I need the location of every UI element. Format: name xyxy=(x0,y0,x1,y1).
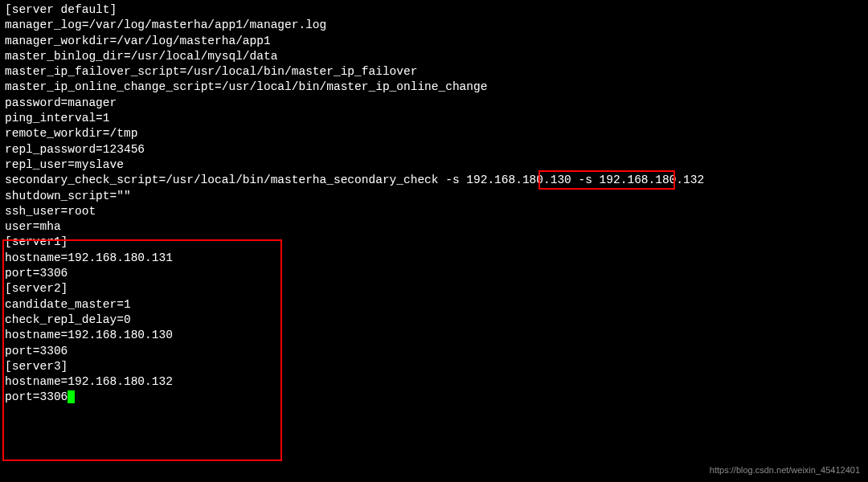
config-line: repl_user=myslave xyxy=(5,157,863,173)
config-line: repl_password=123456 xyxy=(5,142,863,157)
config-text: port=3306 xyxy=(5,390,68,403)
config-line: hostname=192.168.180.131 xyxy=(5,251,863,266)
terminal-output: [server default] manager_log=/var/log/ma… xyxy=(5,2,863,406)
config-line: user=mha xyxy=(5,219,863,235)
config-line: shutdown_script="" xyxy=(5,189,863,204)
config-line: secondary_check_script=/usr/local/bin/ma… xyxy=(5,173,863,188)
config-line: ping_interval=1 xyxy=(5,111,863,126)
config-line: remote_workdir=/tmp xyxy=(5,126,863,141)
config-line: candidate_master=1 xyxy=(5,297,863,312)
config-line: [server1] xyxy=(5,235,863,250)
config-line: manager_workdir=/var/log/masterha/app1 xyxy=(5,34,863,49)
config-line: master_ip_failover_script=/usr/local/bin… xyxy=(5,64,863,80)
config-line-cursor: port=3306 xyxy=(5,390,863,405)
config-line: master_binlog_dir=/usr/local/mysql/data xyxy=(5,49,863,64)
cursor-icon xyxy=(68,390,75,403)
config-line: [server2] xyxy=(5,281,863,296)
config-line: [server3] xyxy=(5,359,863,374)
config-line: hostname=192.168.180.132 xyxy=(5,374,863,390)
watermark-text: https://blog.csdn.net/weixin_45412401 xyxy=(710,463,860,478)
config-line: [server default] xyxy=(5,2,863,18)
config-line: port=3306 xyxy=(5,266,863,281)
config-line: hostname=192.168.180.130 xyxy=(5,328,863,343)
config-line: password=manager xyxy=(5,96,863,111)
config-line: check_repl_delay=0 xyxy=(5,312,863,328)
config-line: port=3306 xyxy=(5,344,863,359)
config-line: manager_log=/var/log/masterha/app1/manag… xyxy=(5,18,863,33)
config-line: ssh_user=root xyxy=(5,204,863,219)
config-line: master_ip_online_change_script=/usr/loca… xyxy=(5,80,863,95)
